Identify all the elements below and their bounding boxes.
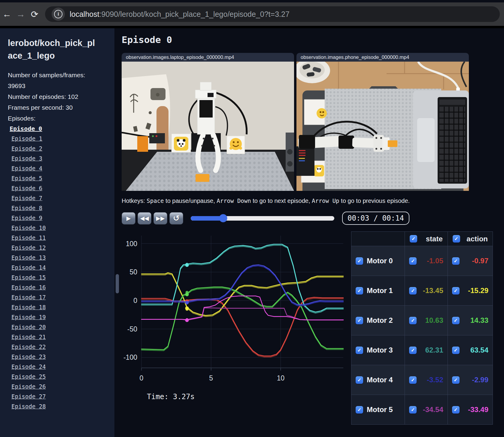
site-info-button[interactable]: i <box>52 8 65 21</box>
video-phone[interactable] <box>296 62 469 191</box>
sidebar-item-episode-3[interactable]: Episode 3 <box>11 154 107 163</box>
sidebar-item-episode-18[interactable]: Episode 18 <box>11 302 107 312</box>
sidebar-item-episode-20[interactable]: Episode 20 <box>11 322 107 332</box>
sidebar-item-episode-14[interactable]: Episode 14 <box>11 263 107 273</box>
motor-action-checkbox[interactable]: ✓ <box>452 317 460 324</box>
motor-table: ✓ state ✓ action ✓ Motor 0 ✓ -1.05 ✓ -0.… <box>351 231 493 425</box>
sidebar-item-episode-22[interactable]: Episode 22 <box>11 342 107 352</box>
video-panel-laptop: observation.images.laptop_episode_000000… <box>122 53 294 191</box>
sidebar-item-episode-11[interactable]: Episode 11 <box>11 233 107 243</box>
loop-button[interactable]: ↻ <box>169 212 183 225</box>
state-column-checkbox[interactable]: ✓ <box>410 235 417 243</box>
sidebar-item-episode-12[interactable]: Episode 12 <box>11 243 107 253</box>
motor-action-value: -15.29 <box>460 286 488 295</box>
header-action: ✓ action <box>448 232 493 246</box>
motor-action-checkbox[interactable]: ✓ <box>452 347 460 354</box>
sidebar-item-episode-25[interactable]: Episode 25 <box>11 372 107 382</box>
hugging-face-box <box>227 136 245 154</box>
motor-state-value: -13.45 <box>417 286 443 295</box>
video-title-laptop: observation.images.laptop_episode_000000… <box>122 53 294 62</box>
rewind-button[interactable]: ◀◀ <box>138 212 151 225</box>
motor-action-checkbox[interactable]: ✓ <box>452 406 460 414</box>
motor-state-value: 62.31 <box>417 346 443 354</box>
sidebar-item-episode-4[interactable]: Episode 4 <box>11 163 107 173</box>
sidebar-item-episode-0[interactable]: Episode 0 <box>10 124 107 134</box>
motor-state-checkbox[interactable]: ✓ <box>409 376 417 384</box>
play-button[interactable]: ▶ <box>122 212 135 225</box>
table-row: ✓ Motor 1 ✓ -13.45 ✓ -15.29 <box>351 276 493 306</box>
chart-canvas[interactable]: 100500-50-1000510 <box>122 231 348 388</box>
table-row: ✓ Motor 2 ✓ 10.63 ✓ 14.33 <box>351 306 493 335</box>
motor-action-checkbox[interactable]: ✓ <box>452 257 460 265</box>
motor-action-value: -33.49 <box>460 405 488 414</box>
sidebar-item-episode-6[interactable]: Episode 6 <box>11 183 107 193</box>
back-icon[interactable]: ← <box>0 9 14 19</box>
sidebar-item-episode-16[interactable]: Episode 16 <box>11 283 107 292</box>
sidebar-item-episode-23[interactable]: Episode 23 <box>11 352 107 362</box>
motor-action-checkbox[interactable]: ✓ <box>452 376 460 384</box>
motor-state-checkbox[interactable]: ✓ <box>409 287 417 295</box>
action-column-checkbox[interactable]: ✓ <box>453 235 460 243</box>
url-text[interactable]: localhost:9090/lerobot/koch_pick_place_1… <box>70 10 290 19</box>
sidebar-item-episode-21[interactable]: Episode 21 <box>11 332 107 342</box>
sidebar-item-episode-2[interactable]: Episode 2 <box>11 144 107 154</box>
video-row: observation.images.laptop_episode_000000… <box>122 53 504 191</box>
motor-label-cell: ✓ Motor 4 <box>351 365 405 395</box>
motor-checkbox[interactable]: ✓ <box>356 347 363 354</box>
right-robot-part <box>286 133 294 172</box>
svg-text:0: 0 <box>133 297 137 304</box>
fast-forward-button[interactable]: ▶▶ <box>153 212 167 225</box>
motor-state-value: -3.52 <box>417 376 443 384</box>
motor-checkbox[interactable]: ✓ <box>356 406 363 414</box>
orange-lego-block <box>196 174 209 182</box>
sidebar-item-episode-5[interactable]: Episode 5 <box>11 173 107 183</box>
sidebar-item-episode-24[interactable]: Episode 24 <box>11 362 107 372</box>
forward-icon[interactable]: → <box>14 9 28 19</box>
sidebar-item-episode-19[interactable]: Episode 19 <box>11 312 107 322</box>
motor-state-cell: ✓ -34.54 <box>405 395 448 425</box>
sidebar-item-episode-27[interactable]: Episode 27 <box>11 392 107 402</box>
motor-state-checkbox[interactable]: ✓ <box>409 257 417 265</box>
motor-state-checkbox[interactable]: ✓ <box>409 317 417 324</box>
sidebar-item-episode-9[interactable]: Episode 9 <box>11 213 107 223</box>
dataset-title: lerobot/koch_pick_place_1_lego <box>8 37 98 62</box>
reload-icon[interactable]: ⟳ <box>28 9 41 20</box>
motor-action-cell: ✓ -33.49 <box>448 395 493 425</box>
sidebar-item-episode-13[interactable]: Episode 13 <box>11 253 107 263</box>
motor-checkbox[interactable]: ✓ <box>356 317 363 324</box>
motor-state-checkbox[interactable]: ✓ <box>409 406 417 414</box>
motor-checkbox[interactable]: ✓ <box>356 257 363 265</box>
dataset-info-line: Number of samples/frames: 39693 <box>8 70 89 91</box>
video-laptop[interactable] <box>122 62 294 191</box>
sidebar-item-episode-10[interactable]: Episode 10 <box>11 223 107 233</box>
playback-controls: ▶ ◀◀ ▶▶ ↻ 00:03 / 00:14 <box>122 212 504 225</box>
address-bar[interactable]: i localhost:9090/lerobot/koch_pick_place… <box>45 6 500 22</box>
episode-list: Episode 0Episode 1Episode 2Episode 3Epis… <box>8 124 107 411</box>
motor-action-checkbox[interactable]: ✓ <box>452 287 460 295</box>
sidebar-item-episode-1[interactable]: Episode 1 <box>11 134 107 144</box>
seek-slider[interactable] <box>191 216 334 221</box>
motor-action-cell: ✓ -0.97 <box>448 246 493 276</box>
motor-action-value: 14.33 <box>460 316 488 325</box>
sidebar-item-episode-28[interactable]: Episode 28 <box>11 402 107 411</box>
sidebar-item-episode-7[interactable]: Episode 7 <box>11 193 107 203</box>
sidebar-item-episode-26[interactable]: Episode 26 <box>11 382 107 392</box>
motor-checkbox[interactable]: ✓ <box>356 376 363 384</box>
motor-state-cell: ✓ 62.31 <box>405 335 448 365</box>
motor-state-checkbox[interactable]: ✓ <box>409 347 417 354</box>
seek-slider-thumb[interactable] <box>219 214 227 222</box>
sidebar-item-episode-15[interactable]: Episode 15 <box>11 273 107 283</box>
motor-checkbox[interactable]: ✓ <box>356 287 363 295</box>
episodes-label: Episodes: <box>8 113 107 124</box>
motor-action-value: -2.99 <box>460 376 488 384</box>
sidebar-item-episode-17[interactable]: Episode 17 <box>11 292 107 302</box>
motor-label-cell: ✓ Motor 5 <box>351 395 405 425</box>
hotkeys-help: Hotkeys: Space to pause/unpause, Arrow D… <box>122 197 504 204</box>
seek-slider-fill <box>191 216 223 221</box>
sidebar-item-episode-8[interactable]: Episode 8 <box>11 203 107 213</box>
motor-state-value: 10.63 <box>417 316 443 325</box>
browser-chrome: ← → ⟳ i localhost:9090/lerobot/koch_pick… <box>0 2 504 28</box>
motor-label-cell: ✓ Motor 2 <box>351 306 405 335</box>
hotkey-space: Space <box>147 197 164 204</box>
time-display: 00:03 / 00:14 <box>342 212 409 225</box>
